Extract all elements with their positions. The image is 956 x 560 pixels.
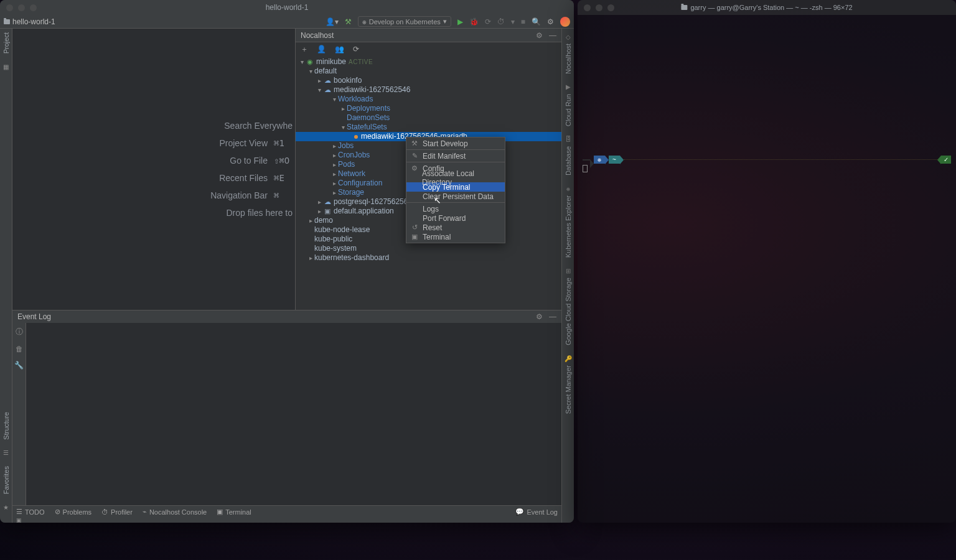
ide-toolbar: hello-world-1 👤▾ ⚒ ⎈ Develop on Kubernet… — [0, 15, 574, 29]
sb-nocalhost-console[interactable]: ⌁Nocalhost Console — [143, 508, 207, 516]
search-everywhere-icon[interactable] — [560, 17, 570, 27]
terminal-titlebar[interactable]: garry — garry@Garry's Station — ~ — -zsh… — [578, 0, 956, 15]
user-icon[interactable]: 👤 — [317, 45, 326, 54]
refresh-icon[interactable]: ⟳ — [353, 45, 359, 54]
window-close-icon[interactable] — [584, 4, 591, 11]
k8s-explorer-tool-icon[interactable]: ⎈ — [564, 184, 573, 193]
secret-manager-tool-tab[interactable]: Secret Manager — [565, 365, 572, 414]
cm-clear-persistent-data[interactable]: Clear Persistent Data — [406, 192, 505, 201]
tree-workloads[interactable]: ▾Workloads — [296, 95, 561, 104]
database-tool-icon[interactable]: 🗄 — [564, 135, 573, 144]
nocalhost-toolbar: ＋ 👤 👥 ⟳ — [296, 42, 561, 56]
event-log-title: Event Log — [17, 312, 51, 321]
cloud-run-tool-tab[interactable]: Cloud Run — [565, 94, 572, 126]
tree-statefulsets[interactable]: ▾StatefulSets — [296, 123, 561, 132]
structure-tool-tab[interactable]: Structure — [2, 412, 10, 440]
window-close-icon[interactable] — [6, 4, 13, 11]
status-corner-icon[interactable]: ▣ — [16, 517, 22, 523]
cm-logs[interactable]: Logs — [406, 204, 505, 213]
sb-profiler[interactable]: ⏱Profiler — [101, 508, 133, 516]
add-icon[interactable]: ＋ — [301, 44, 308, 55]
terminal-body[interactable]: ⎈ ~ ✓ — [578, 15, 956, 523]
profile-icon[interactable]: ⏱ — [497, 17, 505, 26]
database-tool-tab[interactable]: Database — [565, 146, 572, 175]
coverage-icon[interactable]: ⟳ — [485, 17, 491, 26]
terminal-title: garry — garry@Garry's Station — ~ — -zsh… — [690, 4, 852, 11]
terminal-icon: ▣ — [410, 233, 419, 241]
debug-icon[interactable]: 🐞 — [469, 17, 479, 26]
project-dropdown[interactable]: hello-world-1 — [4, 17, 55, 26]
gcs-tool-icon[interactable]: ⊞ — [564, 266, 573, 275]
terminal-window: garry — garry@Garry's Station — ~ — -zsh… — [578, 0, 956, 523]
nocalhost-tool-tab[interactable]: Nocalhost — [565, 44, 572, 74]
structure-tool-icon[interactable]: ☰ — [2, 449, 11, 457]
cm-start-develop[interactable]: ⚒Start Develop — [406, 139, 505, 148]
project-tool-tab[interactable]: Project — [2, 32, 10, 54]
right-tool-gutter: ◇ Nocalhost ▶ Cloud Run 🗄 Database ⎈ Kub… — [561, 29, 574, 523]
window-zoom-icon[interactable] — [30, 4, 37, 11]
sb-event-log[interactable]: 💬Event Log — [515, 508, 558, 516]
chevron-down-icon: ▾ — [443, 17, 447, 26]
cloud-run-tool-icon[interactable]: ▶ — [564, 83, 573, 91]
favorites-tool-tab[interactable]: Favorites — [2, 466, 10, 494]
tree-app-bookinfo[interactable]: ▸☁ bookinfo — [296, 76, 561, 85]
active-badge: ACTIVE — [349, 57, 373, 67]
project-tool-icon[interactable]: ▦ — [2, 62, 11, 71]
run-config-dropdown[interactable]: ⎈ Develop on Kubernetes ▾ — [358, 16, 451, 27]
project-name: hello-world-1 — [12, 17, 55, 26]
secret-manager-tool-icon[interactable]: 🔑 — [564, 354, 573, 363]
trash-icon[interactable]: 🗑 — [16, 345, 23, 353]
cm-terminal[interactable]: ▣Terminal — [406, 232, 505, 241]
empty-editor-placeholder: Search Everywhe Project View⌘1 Go to Fil… — [12, 29, 295, 310]
cm-edit-manifest[interactable]: ✎Edit Manifest — [406, 151, 505, 161]
settings-icon[interactable]: ⚙ — [547, 17, 554, 26]
window-minimize-icon[interactable] — [18, 4, 25, 11]
kubernetes-icon: ⎈ — [362, 18, 367, 26]
window-minimize-icon[interactable] — [596, 4, 602, 11]
more-run-icon[interactable]: ▾ — [511, 17, 515, 26]
tree-app-mediawiki[interactable]: ▾☁ mediawiki-1627562546 — [296, 85, 561, 95]
run-icon[interactable]: ▶ — [457, 17, 463, 26]
tree-ns-kube-system[interactable]: kube-system — [296, 244, 561, 253]
users-icon[interactable]: 👥 — [335, 45, 344, 54]
user-menu-icon[interactable]: 👤▾ — [326, 17, 339, 26]
k8s-explorer-tool-tab[interactable]: Kubernetes Explorer — [565, 195, 572, 258]
search-icon[interactable]: 🔍 — [532, 17, 541, 26]
gear-icon: ⚙ — [410, 164, 419, 172]
tree-deployments[interactable]: ▸Deployments — [296, 104, 561, 113]
gcs-tool-tab[interactable]: Google Cloud Storage — [565, 278, 572, 345]
hammer-icon[interactable]: ⚒ — [345, 17, 352, 26]
prompt-dir-segment: ~ — [609, 156, 620, 164]
favorites-tool-icon[interactable]: ★ — [2, 503, 11, 511]
cloud-icon: ☁ — [323, 76, 332, 85]
terminal-prompt: ⎈ ~ ✓ — [583, 156, 951, 164]
wrench-icon[interactable]: 🔧 — [14, 361, 24, 370]
cm-port-forward[interactable]: Port Forward — [406, 213, 505, 223]
sb-terminal[interactable]: ▣Terminal — [217, 508, 251, 516]
minimize-panel-icon[interactable]: — — [549, 31, 556, 40]
cm-reset[interactable]: ↺Reset — [406, 223, 505, 232]
minimize-panel-icon[interactable]: — — [549, 312, 556, 321]
sb-problems[interactable]: ⊘Problems — [55, 508, 91, 516]
status-dot-icon — [354, 135, 358, 139]
window-zoom-icon[interactable] — [607, 4, 614, 11]
ide-titlebar[interactable]: hello-world-1 — [0, 0, 574, 15]
gear-icon[interactable]: ⚙ — [536, 31, 543, 40]
sb-todo[interactable]: ☰TODO — [16, 508, 45, 516]
context-menu[interactable]: ⚒Start Develop ✎Edit Manifest ⚙Config As… — [406, 137, 505, 243]
tree-daemonsets[interactable]: DaemonSets — [296, 113, 561, 123]
cm-associate-local-dir[interactable]: Associate Local Directory — [406, 173, 505, 182]
nocalhost-tool-icon[interactable]: ◇ — [564, 32, 573, 41]
stop-icon[interactable]: ■ — [521, 17, 525, 26]
status-bar: ☰TODO ⊘Problems ⏱Profiler ⌁Nocalhost Con… — [12, 505, 561, 518]
prompt-apple-segment — [583, 159, 590, 161]
terminal-cursor — [583, 165, 588, 172]
tree-ns-k8s-dashboard[interactable]: ▸kubernetes-dashboard — [296, 253, 561, 263]
cluster-status-icon: ◉ — [306, 57, 314, 67]
info-icon[interactable]: ⓘ — [16, 327, 23, 337]
tree-cluster[interactable]: ▾◉ minikube ACTIVE — [296, 57, 561, 67]
nocalhost-panel-header: Nocalhost ⚙ — — [296, 29, 561, 42]
gear-icon[interactable]: ⚙ — [536, 312, 543, 321]
tree-namespace[interactable]: ▾default — [296, 67, 561, 76]
menu-separator — [406, 149, 505, 150]
